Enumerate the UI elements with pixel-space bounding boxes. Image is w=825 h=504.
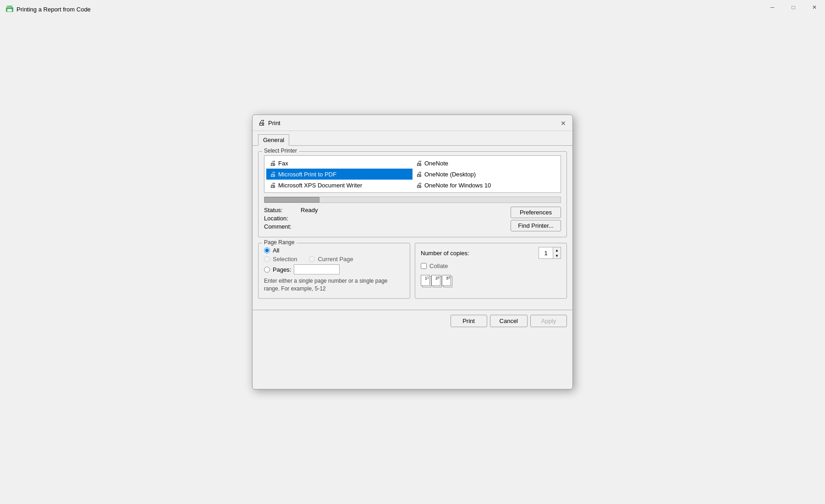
collate-row: Collate <box>421 263 561 269</box>
radio-selection-row: Selection Current Page <box>264 256 404 263</box>
printer-item-fax[interactable]: 🖨 Fax <box>266 158 412 169</box>
dialog-printer-icon: 🖨 <box>258 119 265 127</box>
printer-item-onenote-desktop[interactable]: 🖨 OneNote (Desktop) <box>412 169 559 180</box>
collate-page-1: 11 <box>421 275 430 286</box>
radio-all-label: All <box>273 247 279 254</box>
printer-item-ms-pdf[interactable]: 🖨 Microsoft Print to PDF <box>266 169 412 180</box>
copies-up-button[interactable]: ▲ <box>553 247 561 253</box>
bottom-section: Page Range All Selection Current Page <box>258 243 567 304</box>
printer-item-ms-xps[interactable]: 🖨 Microsoft XPS Document Writer <box>266 180 412 191</box>
status-area: Status: Ready Location: Comment: Prefere… <box>264 207 561 231</box>
radio-all-row: All <box>264 247 404 254</box>
copies-group: Number of copies: ▲ ▼ Collat <box>415 243 567 299</box>
apply-button[interactable]: Apply <box>530 315 567 327</box>
cancel-button[interactable]: Cancel <box>490 315 528 327</box>
comment-value <box>301 223 318 230</box>
printer-msxps-icon: 🖨 <box>270 181 276 189</box>
collate-checkbox[interactable] <box>421 263 427 269</box>
radio-selection[interactable] <box>264 256 270 262</box>
radio-all[interactable] <box>264 247 270 253</box>
location-value <box>301 215 318 222</box>
radio-selection-label: Selection <box>273 256 297 263</box>
printer-item-onenote[interactable]: 🖨 OneNote <box>412 158 559 169</box>
location-label: Location: <box>264 215 301 222</box>
dialog-backdrop: 🖨 Print ✕ General Select Printer 🖨 Fax <box>0 0 825 504</box>
printer-mspdf-icon: 🖨 <box>270 170 276 178</box>
copies-input[interactable] <box>539 247 553 258</box>
pages-hint: Enter either a single page number or a s… <box>264 277 404 293</box>
select-printer-label: Select Printer <box>262 148 299 154</box>
collate-icon: 11 22 33 <box>421 275 561 286</box>
copies-section: Number of copies: ▲ ▼ Collat <box>421 247 561 286</box>
print-dialog: 🖨 Print ✕ General Select Printer 🖨 Fax <box>252 115 573 389</box>
printer-fax-icon: 🖨 <box>270 159 276 167</box>
pages-input[interactable] <box>294 264 340 274</box>
collate-page-3: 33 <box>442 275 451 286</box>
dialog-title-bar: 🖨 Print ✕ <box>253 115 572 131</box>
select-printer-group: Select Printer 🖨 Fax 🖨 OneNote 🖨 Micro <box>258 151 567 237</box>
copies-down-button[interactable]: ▼ <box>553 253 561 258</box>
copies-label: Number of copies: <box>421 250 535 257</box>
scrollbar-thumb <box>264 197 319 203</box>
collate-label: Collate <box>429 263 448 269</box>
status-grid: Status: Ready Location: Comment: <box>264 207 318 230</box>
radio-group: All Selection Current Page Pages: <box>264 247 404 274</box>
printer-list: 🖨 Fax 🖨 OneNote 🖨 Microsoft Print to PDF… <box>264 155 561 193</box>
radio-pages-label: Pages: <box>273 266 291 273</box>
radio-current[interactable] <box>309 256 315 262</box>
copies-spinner: ▲ ▼ <box>539 247 561 259</box>
status-buttons: Preferences Find Printer... <box>511 207 561 231</box>
radio-pages-row: Pages: <box>264 264 404 274</box>
status-value: Ready <box>301 207 318 214</box>
print-button[interactable]: Print <box>451 315 487 327</box>
dialog-footer: Print Cancel Apply <box>253 310 572 332</box>
copies-row: Number of copies: ▲ ▼ <box>421 247 561 259</box>
tab-general[interactable]: General <box>258 134 289 146</box>
dialog-body: Select Printer 🖨 Fax 🖨 OneNote 🖨 Micro <box>253 146 572 310</box>
page-range-group: Page Range All Selection Current Page <box>258 243 410 299</box>
radio-current-label: Current Page <box>318 256 353 263</box>
dialog-tabs: General <box>253 131 572 146</box>
printer-onenote-icon: 🖨 <box>416 159 422 167</box>
spinner-buttons: ▲ ▼ <box>553 247 561 258</box>
printer-onenote-desktop-icon: 🖨 <box>416 170 422 178</box>
dialog-close-button[interactable]: ✕ <box>558 118 569 129</box>
find-printer-button[interactable]: Find Printer... <box>511 220 561 231</box>
page-range-label: Page Range <box>262 239 297 246</box>
printer-list-scrollbar[interactable] <box>264 197 561 203</box>
preferences-button[interactable]: Preferences <box>511 207 561 218</box>
printer-item-onenote-win10[interactable]: 🖨 OneNote for Windows 10 <box>412 180 559 191</box>
comment-label: Comment: <box>264 223 301 230</box>
dialog-title: Print <box>268 120 280 126</box>
collate-page-2: 22 <box>431 275 440 286</box>
status-label: Status: <box>264 207 301 214</box>
radio-pages[interactable] <box>264 267 270 273</box>
printer-onenote-win10-icon: 🖨 <box>416 181 422 189</box>
